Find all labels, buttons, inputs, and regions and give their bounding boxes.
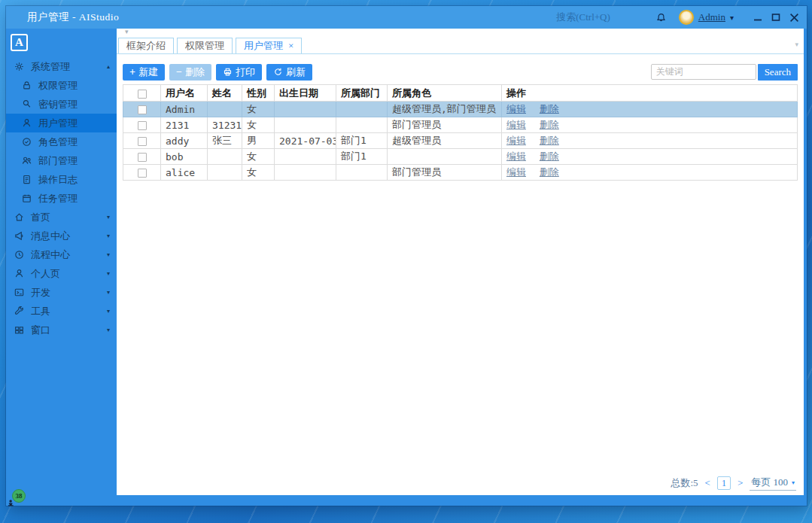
- user-avatar[interactable]: [679, 10, 694, 25]
- desktop-tray-badge[interactable]: 38: [5, 489, 30, 515]
- column-name[interactable]: 姓名: [208, 85, 242, 102]
- row-checkbox[interactable]: [138, 121, 147, 130]
- expand-down-icon[interactable]: ▾: [107, 270, 110, 277]
- sidebar-item-profile[interactable]: 个人页 ▾: [6, 264, 117, 283]
- megaphone-icon: [14, 230, 25, 242]
- sidebar-item-label: 窗口: [31, 324, 50, 337]
- edit-link[interactable]: 编辑: [506, 103, 526, 114]
- sidebar-item-permissions[interactable]: 权限管理: [6, 76, 117, 95]
- row-checkbox[interactable]: [138, 153, 147, 162]
- row-checkbox[interactable]: [138, 137, 147, 146]
- expand-down-icon[interactable]: ▾: [107, 233, 110, 239]
- edit-link[interactable]: 编辑: [506, 151, 526, 162]
- close-button[interactable]: [789, 13, 799, 23]
- edit-link[interactable]: 编辑: [506, 166, 526, 178]
- cell-gender: 女: [242, 102, 275, 117]
- delete-link[interactable]: 删除: [540, 103, 559, 114]
- collapse-up-icon[interactable]: ▴: [107, 63, 110, 70]
- column-roles[interactable]: 所属角色: [388, 85, 502, 102]
- sidebar-item-windows[interactable]: 窗口 ▾: [6, 321, 117, 339]
- column-birthdate[interactable]: 出生日期: [275, 85, 336, 102]
- sidebar-group-label: 系统管理: [31, 60, 70, 74]
- print-button[interactable]: 打印: [216, 64, 262, 81]
- tab-permissions[interactable]: 权限管理: [177, 38, 233, 54]
- new-button[interactable]: + 新建: [123, 64, 165, 81]
- sidebar-item-keys[interactable]: 密钥管理: [6, 95, 117, 114]
- column-department[interactable]: 所属部门: [336, 85, 388, 102]
- windows-icon: [14, 324, 25, 336]
- global-search[interactable]: 搜索(Ctrl+Q): [556, 11, 610, 24]
- cell-roles: 超级管理员,部门管理员: [388, 102, 502, 117]
- cell-name: 张三: [208, 133, 242, 149]
- refresh-button[interactable]: 刷新: [266, 64, 312, 81]
- tab-users[interactable]: 用户管理 ×: [236, 38, 302, 54]
- table-row[interactable]: bob 女 部门1 编辑 删除: [123, 149, 798, 165]
- delete-button[interactable]: − 删除: [169, 64, 211, 81]
- cell-name: 312312: [208, 117, 242, 133]
- sidebar-item-users[interactable]: 用户管理: [6, 114, 117, 132]
- table-row[interactable]: alice 女 部门管理员 编辑 删除: [123, 165, 798, 181]
- app-body: A 系统管理 ▴ 权限管理: [6, 29, 804, 495]
- page-size-select[interactable]: 每页 100 ▾: [750, 476, 796, 491]
- user-menu[interactable]: Admin: [698, 11, 725, 23]
- sidebar-item-tasks[interactable]: 任务管理: [6, 189, 117, 208]
- row-checkbox[interactable]: [138, 169, 147, 178]
- table-row[interactable]: addy 张三 男 2021-07-03 部门1 超级管理员 编辑 删除: [123, 133, 798, 149]
- new-button-label: 新建: [138, 65, 158, 79]
- cell-gender: 女: [242, 149, 275, 165]
- delete-link[interactable]: 删除: [540, 135, 559, 146]
- cell-birthdate: [275, 165, 336, 181]
- sidebar-group-system[interactable]: 系统管理 ▴: [6, 57, 117, 76]
- prev-page-icon[interactable]: <: [705, 477, 710, 489]
- sidebar-item-roles[interactable]: 角色管理: [6, 132, 117, 151]
- delete-link[interactable]: 删除: [540, 119, 559, 130]
- cell-department: 部门1: [336, 133, 388, 149]
- sidebar-item-messages[interactable]: 消息中心 ▾: [6, 227, 117, 245]
- keyword-input[interactable]: [651, 64, 756, 80]
- minimize-button[interactable]: [753, 13, 762, 22]
- table-row[interactable]: 2131 312312 女 部门管理员 编辑 删除: [123, 117, 798, 133]
- sidebar-item-develop[interactable]: 开发 ▾: [6, 283, 117, 302]
- sidebar-item-workflow[interactable]: 流程中心 ▾: [6, 245, 117, 264]
- next-page-icon[interactable]: >: [737, 477, 743, 489]
- edit-link[interactable]: 编辑: [506, 119, 526, 130]
- expand-down-icon[interactable]: ▾: [107, 289, 110, 296]
- cell-birthdate: [275, 102, 336, 117]
- table-row[interactable]: Admin 女 超级管理员,部门管理员 编辑 删除: [123, 102, 798, 117]
- select-all-checkbox[interactable]: [138, 90, 147, 99]
- page-number[interactable]: 1: [717, 476, 731, 490]
- sidebar-item-departments[interactable]: 部门管理: [6, 151, 117, 170]
- tab-list-icon[interactable]: ▾: [125, 29, 129, 35]
- cell-roles: 部门管理员: [388, 117, 502, 133]
- edit-link[interactable]: 编辑: [506, 135, 526, 146]
- expand-down-icon[interactable]: ▾: [107, 214, 110, 220]
- delete-link[interactable]: 删除: [540, 166, 559, 178]
- row-checkbox[interactable]: [138, 105, 147, 114]
- sidebar-item-label: 角色管理: [38, 135, 78, 149]
- maximize-button[interactable]: [771, 13, 780, 22]
- column-gender[interactable]: 性别: [242, 85, 275, 102]
- app-logo[interactable]: A: [11, 34, 28, 51]
- user-caret-icon[interactable]: ▾: [730, 14, 734, 22]
- cell-roles: 超级管理员: [388, 133, 502, 149]
- tab-close-icon[interactable]: ×: [288, 40, 293, 52]
- cell-username: Admin: [161, 102, 208, 117]
- column-username[interactable]: 用户名: [161, 85, 208, 102]
- bell-icon[interactable]: [655, 12, 667, 23]
- tab-overflow-icon[interactable]: ▾: [795, 41, 798, 48]
- clock-icon: [14, 249, 25, 260]
- sidebar-item-logs[interactable]: 操作日志: [6, 170, 117, 189]
- sidebar-item-label: 权限管理: [38, 79, 78, 93]
- total-count: 总数:5: [671, 476, 698, 490]
- delete-link[interactable]: 删除: [540, 151, 559, 162]
- badge-count: 38: [12, 489, 26, 503]
- tab-framework-intro[interactable]: 框架介绍: [118, 38, 174, 54]
- expand-down-icon[interactable]: ▾: [107, 327, 110, 333]
- sidebar-item-home[interactable]: 首页 ▾: [6, 208, 117, 227]
- expand-down-icon[interactable]: ▾: [107, 308, 110, 315]
- toolbar: + 新建 − 删除 打印: [123, 63, 798, 81]
- search-button[interactable]: Search: [758, 64, 798, 81]
- lock-icon: [21, 80, 32, 91]
- expand-down-icon[interactable]: ▾: [107, 251, 110, 258]
- sidebar-item-tools[interactable]: 工具 ▾: [6, 302, 117, 321]
